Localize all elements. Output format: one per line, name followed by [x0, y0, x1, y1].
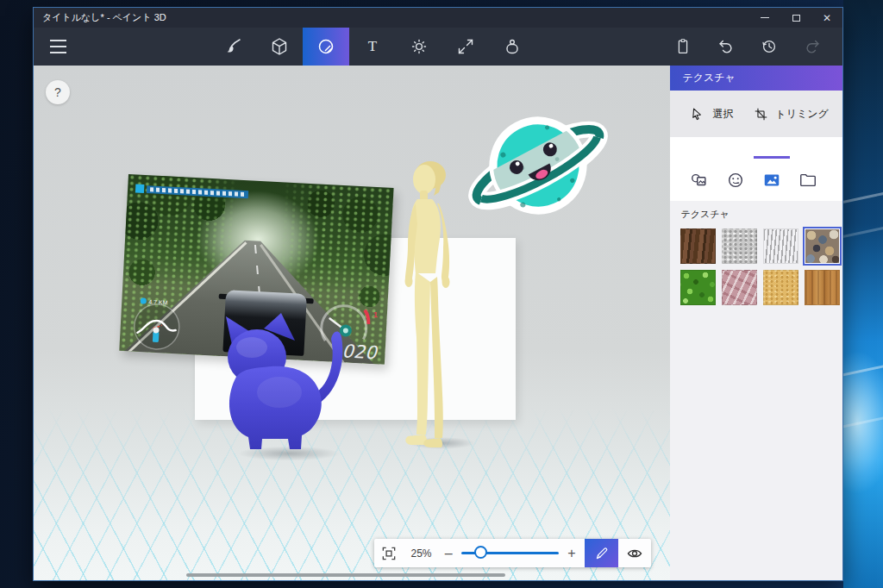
tab-stickers[interactable]: [681, 156, 717, 201]
minimize-button[interactable]: [749, 8, 780, 28]
close-button[interactable]: ✕: [811, 8, 842, 28]
undo-button[interactable]: [705, 28, 748, 66]
texture-swatch-bark[interactable]: [680, 228, 716, 264]
sticker-icon: [316, 36, 336, 57]
toolbar: T: [34, 28, 842, 66]
maximize-icon: [792, 15, 800, 22]
crop-button[interactable]: トリミング: [754, 107, 828, 122]
view-mode-button[interactable]: [618, 545, 651, 562]
tool-group: T: [210, 28, 535, 66]
scene-viewport[interactable]: 4.7 KM 1 020: [34, 66, 670, 580]
crop-icon: [754, 107, 768, 122]
brush-tool-button[interactable]: [210, 28, 256, 66]
person-3d-model[interactable]: [389, 152, 471, 449]
fit-view-icon: [380, 545, 398, 562]
emoji-sticker-icon: [726, 171, 745, 190]
planet-sticker[interactable]: [465, 88, 611, 243]
expand-icon: [455, 36, 476, 57]
sun-icon: [409, 36, 429, 57]
hud-banner-icon: [135, 184, 145, 193]
cat-3d-model[interactable]: [212, 310, 363, 454]
panel-tabs: [670, 137, 842, 201]
3d-library-icon: [502, 36, 523, 57]
canvas-tool-button[interactable]: [442, 28, 489, 66]
text-icon: T: [368, 38, 377, 55]
texture-swatch-sand[interactable]: [763, 270, 798, 305]
workspace: 4.7 KM 1 020: [34, 66, 842, 580]
panel-subbar: 選択 トリミング: [670, 91, 842, 137]
folder-icon: [798, 171, 817, 190]
history-button[interactable]: [748, 28, 791, 66]
texture-section: テクスチャ: [670, 201, 842, 580]
zoom-in-button[interactable]: +: [562, 546, 581, 561]
texture-swatch-hair[interactable]: [763, 228, 798, 264]
brush-icon: [222, 36, 243, 57]
paint3d-window: タイトルなし* - ペイント 3D ✕: [33, 7, 843, 581]
3d-shapes-tool-button[interactable]: [256, 28, 303, 66]
hud-distance: 4.7 KM: [148, 298, 168, 305]
menu-button[interactable]: [50, 40, 66, 53]
desktop-wallpaper: タイトルなし* - ペイント 3D ✕: [0, 0, 883, 588]
texture-swatch-pink-marble[interactable]: [722, 270, 757, 305]
zoom-slider-thumb[interactable]: [474, 546, 487, 559]
hud-redline: 1: [373, 310, 379, 319]
zoom-slider[interactable]: [458, 539, 562, 567]
panel-title: テクスチャ: [670, 66, 842, 91]
paste-button[interactable]: [661, 28, 705, 66]
help-button[interactable]: ?: [46, 80, 70, 104]
history-clock-icon: [760, 37, 779, 56]
tab-open-file[interactable]: [790, 156, 826, 201]
crop-label: トリミング: [775, 107, 828, 122]
texture-grid: [680, 228, 842, 305]
zoom-toolbar: 25% – +: [374, 539, 651, 567]
tab-emoji[interactable]: [717, 156, 754, 201]
maximize-button[interactable]: [780, 8, 811, 28]
texture-section-label: テクスチャ: [680, 208, 842, 221]
hud-minimap: 4.7 KM: [126, 292, 191, 353]
cursor-icon: [691, 107, 705, 122]
redo-icon: [803, 37, 822, 56]
texture-swatch-leaves[interactable]: [680, 270, 716, 305]
select-button[interactable]: 選択: [691, 107, 733, 122]
shapes-sticker-icon: [690, 171, 709, 190]
undo-icon: [717, 37, 736, 56]
titlebar[interactable]: タイトルなし* - ペイント 3D ✕: [34, 8, 842, 28]
window-controls: ✕: [749, 8, 842, 28]
side-panel: テクスチャ 選択: [670, 66, 842, 580]
cube-icon: [269, 36, 290, 57]
window-title: タイトルなし* - ペイント 3D: [34, 11, 749, 24]
effects-tool-button[interactable]: [396, 28, 442, 66]
texture-swatch-granite[interactable]: [722, 228, 757, 264]
texture-image-icon: [762, 171, 781, 190]
pencil-icon: [594, 546, 610, 561]
fit-to-view-button[interactable]: [374, 545, 404, 562]
clipboard-icon: [673, 37, 692, 56]
action-group: [661, 28, 834, 66]
eye-icon: [626, 545, 643, 562]
texture-swatch-wood[interactable]: [805, 270, 840, 305]
stickers-tool-button[interactable]: [303, 28, 349, 66]
tab-textures[interactable]: [754, 156, 790, 201]
zoom-value: 25%: [404, 547, 440, 560]
select-label: 選択: [712, 107, 733, 122]
texture-swatch-pebbles[interactable]: [805, 228, 840, 264]
draw-mode-button[interactable]: [585, 539, 619, 567]
horizontal-scrollbar[interactable]: [186, 573, 505, 577]
zoom-out-button[interactable]: –: [439, 546, 458, 561]
3d-library-tool-button[interactable]: [489, 28, 535, 66]
redo-button[interactable]: [791, 28, 834, 66]
minimize-icon: [761, 17, 769, 19]
text-tool-button[interactable]: T: [349, 28, 396, 66]
